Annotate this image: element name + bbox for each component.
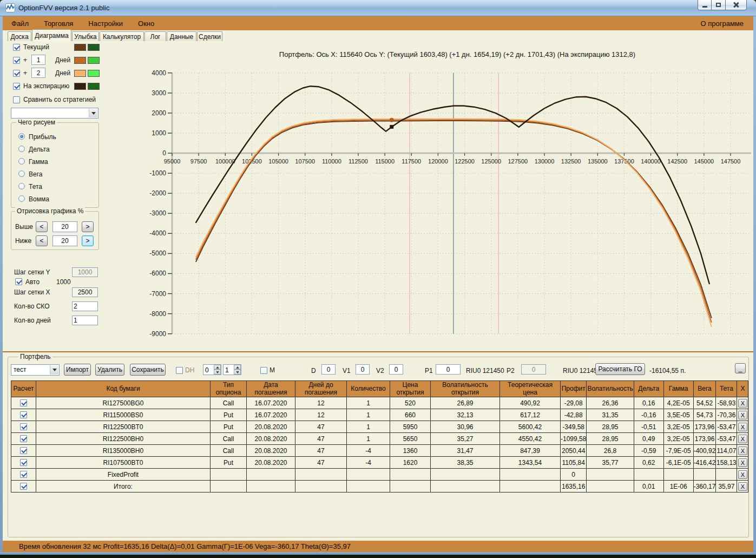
table-cell[interactable]: -53,47 xyxy=(716,421,737,433)
table-cell[interactable]: 32,13 xyxy=(431,409,500,421)
table-cell[interactable]: 1343,54 xyxy=(500,457,561,469)
column-header-7[interactable]: Цена открытия xyxy=(390,381,431,397)
table-cell[interactable]: 31,47 xyxy=(431,445,500,457)
draw-option-2-radio[interactable] xyxy=(18,146,25,152)
column-header-12[interactable]: Дельта xyxy=(634,381,663,397)
table-cell[interactable]: 4,2E-05 xyxy=(663,397,693,409)
dh-spinner-2[interactable]: 1 xyxy=(223,364,241,375)
column-header-15[interactable]: Тета xyxy=(716,381,737,397)
tab-5[interactable]: Лог xyxy=(144,31,166,41)
minimize-button[interactable] xyxy=(698,0,712,10)
table-cell[interactable]: 47 xyxy=(295,445,347,457)
auto-grid-checkbox[interactable] xyxy=(15,278,22,285)
column-header-13[interactable]: Гамма xyxy=(663,381,693,397)
table-cell[interactable]: 3,2E-05 xyxy=(663,421,693,433)
below-decrease-button[interactable]: < xyxy=(36,235,48,246)
table-cell[interactable]: 26,36 xyxy=(587,397,634,409)
table-cell[interactable]: -0,59 xyxy=(634,445,663,457)
delete-button[interactable]: Удалить xyxy=(95,364,124,376)
table-cell[interactable]: 5600,42 xyxy=(500,421,561,433)
menu-item-2[interactable]: Торговля xyxy=(44,19,73,28)
table-cell[interactable]: 5650 xyxy=(390,433,431,445)
table-cell[interactable]: 173,96 xyxy=(693,421,716,433)
table-cell[interactable]: 1 xyxy=(347,421,390,433)
draw-option-4-radio[interactable] xyxy=(18,170,25,177)
table-cell[interactable]: 0,16 xyxy=(634,397,663,409)
table-cell[interactable]: 12 xyxy=(295,409,347,421)
table-cell[interactable]: 660 xyxy=(390,409,431,421)
table-cell[interactable]: 0 xyxy=(561,469,587,481)
v1-input[interactable] xyxy=(356,364,370,375)
calc-cell[interactable] xyxy=(11,445,36,457)
table-cell[interactable]: -4 xyxy=(347,445,390,457)
table-cell[interactable]: 16.07.2020 xyxy=(247,409,295,421)
menu-item-1[interactable]: Файл xyxy=(11,19,29,28)
table-cell[interactable] xyxy=(500,469,561,481)
row-calc-checkbox[interactable] xyxy=(20,483,27,490)
calc-cell[interactable] xyxy=(11,409,36,421)
table-cell[interactable]: -0,16 xyxy=(634,409,663,421)
table-cell[interactable] xyxy=(431,469,500,481)
table-cell[interactable]: RI107500BT0 xyxy=(36,457,211,469)
portfolio-select-arrow[interactable] xyxy=(50,365,58,375)
table-cell[interactable]: 4550,42 xyxy=(500,433,561,445)
table-cell[interactable] xyxy=(716,469,737,481)
maximize-button[interactable] xyxy=(712,0,726,10)
table-cell[interactable]: 617,12 xyxy=(500,409,561,421)
delete-row-button[interactable]: X xyxy=(738,482,747,491)
table-cell[interactable] xyxy=(587,469,634,481)
calc-cell[interactable] xyxy=(11,457,36,469)
table-cell[interactable]: 16.07.2020 xyxy=(247,397,295,409)
table-cell[interactable] xyxy=(500,481,561,493)
delete-row-button[interactable]: X xyxy=(738,423,747,431)
collapse-panel-button[interactable]: _ xyxy=(735,363,746,373)
table-cell[interactable]: 1E-06 xyxy=(663,481,693,493)
compare-strategy-checkbox[interactable] xyxy=(13,96,20,103)
table-cell[interactable]: 35,97 xyxy=(716,481,737,493)
table-cell[interactable]: 158,13 xyxy=(716,457,737,469)
table-cell[interactable]: 490,92 xyxy=(500,397,561,409)
series-4-color-swatch-1[interactable] xyxy=(74,83,86,90)
column-header-1[interactable]: Расчет xyxy=(11,381,36,397)
table-cell[interactable]: RI135000BH0 xyxy=(36,445,211,457)
table-cell[interactable]: Call xyxy=(211,433,247,445)
table-cell[interactable]: -42,88 xyxy=(561,409,587,421)
p1-input[interactable] xyxy=(436,364,461,375)
table-cell[interactable]: 1360 xyxy=(390,445,431,457)
strategy-select[interactable] xyxy=(11,108,98,119)
delete-row-button[interactable]: X xyxy=(738,399,747,408)
table-cell[interactable] xyxy=(211,481,247,493)
column-header-2[interactable]: Код бумаги xyxy=(36,381,211,397)
above-percent-input[interactable] xyxy=(52,221,77,232)
table-cell[interactable]: 1105,84 xyxy=(561,457,587,469)
table-cell[interactable]: Call xyxy=(211,397,247,409)
column-header-10[interactable]: Профит xyxy=(561,381,587,397)
spin-down-icon[interactable] xyxy=(234,370,241,375)
table-cell[interactable]: 1 xyxy=(347,397,390,409)
titlebar[interactable]: OptionFVV версия 2.1 public xyxy=(0,0,756,16)
table-cell[interactable]: 1 xyxy=(347,433,390,445)
table-cell[interactable]: -4 xyxy=(347,457,390,469)
menu-item-3[interactable]: Настройки xyxy=(88,19,123,28)
tab-4[interactable]: Калькулятор xyxy=(100,31,144,41)
delete-row-button[interactable]: X xyxy=(738,411,747,419)
table-cell[interactable]: 1635,16 xyxy=(561,481,587,493)
table-cell[interactable] xyxy=(431,481,500,493)
row-calc-checkbox[interactable] xyxy=(20,435,27,442)
dh-checkbox[interactable] xyxy=(176,367,183,374)
column-header-8[interactable]: Волатильность открытия xyxy=(431,381,500,397)
table-cell[interactable] xyxy=(587,481,634,493)
series-3-color-swatch-2[interactable] xyxy=(88,70,100,77)
table-cell[interactable] xyxy=(247,469,295,481)
column-header-9[interactable]: Теоретическая цена xyxy=(500,381,561,397)
above-decrease-button[interactable]: < xyxy=(36,221,48,232)
table-cell[interactable] xyxy=(295,469,347,481)
delete-row-button[interactable]: X xyxy=(738,458,747,467)
series-3-color-swatch-1[interactable] xyxy=(74,70,86,77)
table-cell[interactable]: -6,1E-05 xyxy=(663,457,693,469)
v2-input[interactable] xyxy=(389,364,403,375)
spin-down-icon[interactable] xyxy=(214,370,221,375)
below-percent-input[interactable] xyxy=(52,235,77,246)
column-header-11[interactable]: Волатильность xyxy=(587,381,634,397)
table-cell[interactable]: 30,96 xyxy=(431,421,500,433)
